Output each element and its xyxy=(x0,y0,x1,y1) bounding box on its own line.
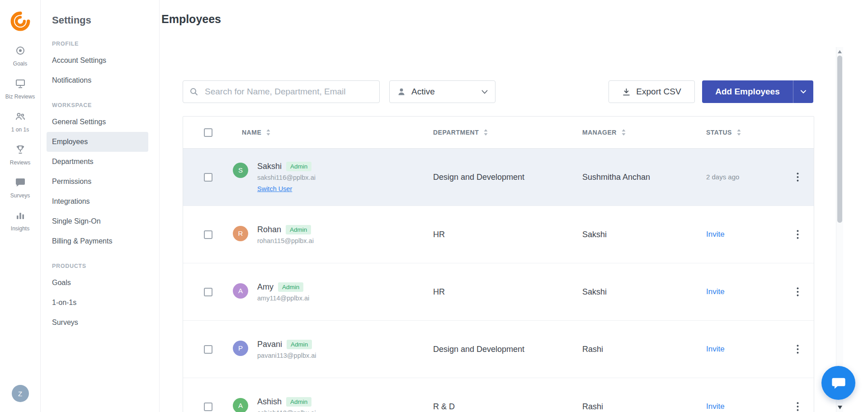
row-menu-kebab-icon[interactable] xyxy=(794,227,802,242)
rail-item-biz-reviews[interactable]: Biz Reviews xyxy=(0,78,40,100)
status-cell: 2 days ago xyxy=(706,173,739,181)
add-employees-caret[interactable] xyxy=(793,80,813,103)
status-cell[interactable]: Invite xyxy=(706,345,725,353)
sort-icon[interactable] xyxy=(621,129,626,136)
sidebar-item-account-settings[interactable]: Account Settings xyxy=(47,51,148,70)
column-header-name[interactable]: NAME xyxy=(242,129,271,136)
admin-badge: Admin xyxy=(286,397,311,407)
search-input[interactable] xyxy=(204,86,373,97)
column-header-status[interactable]: STATUS xyxy=(706,129,788,136)
table-row[interactable]: A Amy Admin amy114@pplbx.ai HR Sakshi In… xyxy=(183,263,814,321)
admin-badge: Admin xyxy=(286,225,311,234)
avatar: R xyxy=(233,226,248,241)
rail-label: Insights xyxy=(11,225,29,232)
sort-icon[interactable] xyxy=(483,129,488,136)
sidebar-item-departments[interactable]: Departments xyxy=(47,152,148,172)
sidebar-item-integrations[interactable]: Integrations xyxy=(47,192,148,211)
department-cell: HR xyxy=(433,230,582,239)
row-menu-kebab-icon[interactable] xyxy=(794,285,802,299)
row-checkbox[interactable] xyxy=(204,345,212,354)
rail-item-surveys[interactable]: Surveys xyxy=(0,177,40,199)
column-header-department[interactable]: DEPARTMENT xyxy=(433,129,582,136)
person-icon xyxy=(397,87,406,96)
employee-email: pavani113@pplbx.ai xyxy=(257,352,316,359)
table-body: S Sakshi Admin sakshi116@pplbx.ai Switch… xyxy=(183,149,814,412)
toolbar: Active Export CSV Add Employees xyxy=(183,80,813,103)
table-header: NAME DEPARTMENT MANAGER xyxy=(183,117,814,149)
admin-badge: Admin xyxy=(278,282,303,292)
rail-item-insights[interactable]: Insights xyxy=(0,210,40,232)
row-checkbox[interactable] xyxy=(204,173,212,182)
column-header-manager[interactable]: MANAGER xyxy=(582,129,706,136)
employee-name: Rohan xyxy=(257,225,281,234)
row-checkbox[interactable] xyxy=(204,288,212,296)
row-menu-kebab-icon[interactable] xyxy=(794,399,802,412)
sidebar-item-employees[interactable]: Employees xyxy=(47,132,148,152)
rail-label: 1 on 1s xyxy=(11,126,29,133)
scroll-up-arrow-icon[interactable] xyxy=(836,49,843,54)
employee-name: Amy xyxy=(257,282,274,292)
row-checkbox[interactable] xyxy=(204,230,212,239)
employee-name: Pavani xyxy=(257,340,282,349)
scrollbar-thumb[interactable] xyxy=(837,56,842,223)
rail-label: Reviews xyxy=(10,159,30,166)
employee-email: sakshi116@pplbx.ai xyxy=(257,174,316,181)
sidebar-item-permissions[interactable]: Permissions xyxy=(47,172,148,192)
sidebar-item-general-settings[interactable]: General Settings xyxy=(47,112,148,132)
add-employees-button[interactable]: Add Employees xyxy=(702,80,813,103)
status-cell[interactable]: Invite xyxy=(706,230,725,239)
switch-user-link[interactable]: Switch User xyxy=(257,185,292,192)
row-menu-kebab-icon[interactable] xyxy=(794,170,802,184)
sidebar-item-single-sign-on[interactable]: Single Sign-On xyxy=(47,211,148,231)
app-logo-icon[interactable] xyxy=(10,11,31,32)
column-label: DEPARTMENT xyxy=(433,129,479,136)
table-row[interactable]: P Pavani Admin pavani113@pplbx.ai Design… xyxy=(183,321,814,378)
avatar: P xyxy=(233,341,248,356)
row-checkbox[interactable] xyxy=(204,403,212,411)
rail-item-goals[interactable]: Goals xyxy=(0,45,40,67)
admin-badge: Admin xyxy=(286,162,311,171)
status-cell[interactable]: Invite xyxy=(706,402,725,411)
speech-bubble-icon xyxy=(15,177,26,190)
settings-sidebar: Settings PROFILE Account Settings Notifi… xyxy=(41,0,160,412)
export-csv-label: Export CSV xyxy=(636,87,681,97)
sort-icon[interactable] xyxy=(266,129,271,136)
manager-cell: Sakshi xyxy=(582,287,706,297)
bar-chart-icon xyxy=(15,210,26,223)
employees-table: NAME DEPARTMENT MANAGER xyxy=(183,116,814,412)
sidebar-item-surveys[interactable]: Surveys xyxy=(47,313,148,332)
status-cell[interactable]: Invite xyxy=(706,287,725,296)
rail-item-reviews[interactable]: Reviews xyxy=(0,144,40,166)
section-header-profile: PROFILE xyxy=(41,29,159,51)
sort-icon[interactable] xyxy=(736,129,741,136)
user-avatar[interactable]: Z xyxy=(12,385,29,402)
people-icon xyxy=(15,111,26,124)
table-row[interactable]: R Rohan Admin rohan115@pplbx.ai HR Saksh… xyxy=(183,206,814,263)
row-menu-kebab-icon[interactable] xyxy=(794,342,802,356)
table-row[interactable]: S Sakshi Admin sakshi116@pplbx.ai Switch… xyxy=(183,149,814,206)
section-header-workspace: WORKSPACE xyxy=(41,90,159,112)
search-box xyxy=(183,80,380,103)
sidebar-item-billing-payments[interactable]: Billing & Payments xyxy=(47,231,148,251)
table-row[interactable]: A Ashish Admin ashish112@pplbx.ai R & D … xyxy=(183,378,814,412)
sidebar-item-notifications[interactable]: Notifications xyxy=(47,70,148,90)
export-csv-button[interactable]: Export CSV xyxy=(609,80,695,103)
chat-launcher-button[interactable] xyxy=(821,366,855,400)
section-header-products: PRODUCTS xyxy=(41,251,159,273)
chevron-down-icon xyxy=(481,90,488,94)
scrollbar[interactable] xyxy=(836,47,843,412)
scroll-down-arrow-icon[interactable] xyxy=(836,405,843,410)
department-cell: HR xyxy=(433,287,582,297)
status-filter-dropdown[interactable]: Active xyxy=(389,80,495,103)
rail-label: Goals xyxy=(13,61,27,67)
add-employees-label: Add Employees xyxy=(702,80,793,103)
rail-item-1-on-1s[interactable]: 1 on 1s xyxy=(0,111,40,133)
settings-title: Settings xyxy=(41,14,159,26)
search-icon xyxy=(189,87,198,96)
app-window: Goals Biz Reviews 1 on 1s Reviews Survey xyxy=(0,0,868,412)
select-all-checkbox[interactable] xyxy=(204,128,212,137)
sidebar-item-goals[interactable]: Goals xyxy=(47,273,148,293)
left-rail: Goals Biz Reviews 1 on 1s Reviews Survey xyxy=(0,0,41,412)
sidebar-item-1-on-1s[interactable]: 1-on-1s xyxy=(47,293,148,313)
status-filter-value: Active xyxy=(411,87,481,97)
